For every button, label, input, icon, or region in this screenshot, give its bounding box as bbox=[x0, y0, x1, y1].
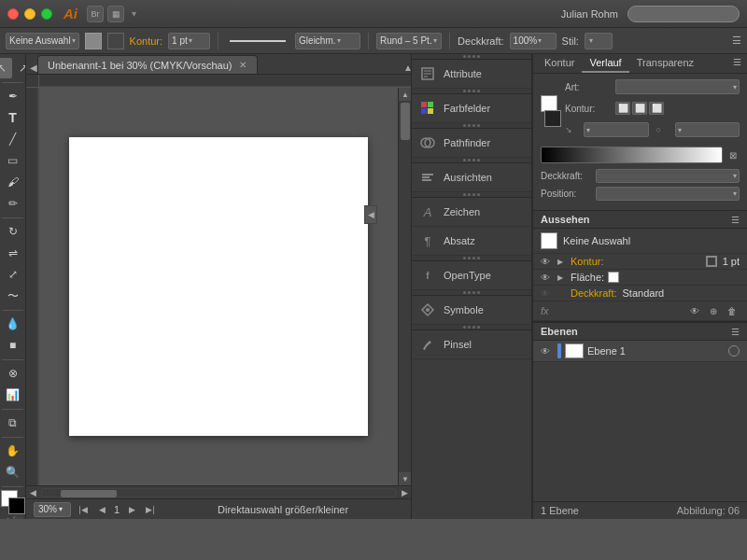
verlauf-highlight[interactable]: ▾ bbox=[675, 122, 740, 137]
gradient-delete-icon[interactable]: ⊠ bbox=[726, 148, 740, 161]
line-tool[interactable]: ╱ bbox=[3, 129, 23, 149]
panel-item-absatz[interactable]: ¶ Absatz bbox=[412, 227, 531, 256]
aussehen-swatch[interactable] bbox=[541, 232, 557, 249]
flaeche-attr-swatch[interactable] bbox=[608, 272, 619, 283]
position-input[interactable]: ▾ bbox=[596, 187, 740, 201]
pen-tool[interactable]: ✒ bbox=[3, 86, 23, 106]
kontur-inside[interactable]: ⬜ bbox=[615, 102, 630, 115]
paintbrush-tool[interactable]: 🖌 bbox=[3, 172, 23, 192]
scroll-track[interactable] bbox=[399, 101, 411, 472]
panel-item-symbole[interactable]: Symbole bbox=[412, 296, 531, 325]
next-page[interactable]: ▶| bbox=[144, 503, 157, 516]
panel-item-pinsel[interactable]: Pinsel bbox=[412, 330, 531, 359]
slice-tool[interactable]: ⧉ bbox=[3, 413, 23, 433]
panel-menu-icon[interactable]: ☰ bbox=[732, 35, 741, 47]
swap-colors-icon[interactable]: ⇄ bbox=[3, 516, 10, 519]
minimize-button[interactable] bbox=[24, 8, 35, 20]
layer-name[interactable]: Ebene 1 bbox=[587, 345, 725, 357]
panel-item-opentype[interactable]: f OpenType bbox=[412, 261, 531, 290]
flaeche-expand[interactable]: ▶ bbox=[557, 273, 567, 282]
deckkraft-input[interactable]: ▾ bbox=[596, 169, 740, 183]
kontur-attr-swatch[interactable] bbox=[706, 256, 717, 267]
hscroll-track[interactable] bbox=[41, 488, 396, 497]
scroll-up[interactable]: ▲ bbox=[399, 88, 411, 101]
default-colors-icon[interactable]: ⬛ bbox=[12, 516, 22, 519]
tab-verlauf[interactable]: Verlauf bbox=[582, 54, 628, 73]
visibility-all[interactable]: 👁 bbox=[687, 304, 702, 317]
panel-item-zeichen[interactable]: A Zeichen bbox=[412, 198, 531, 227]
tab-close[interactable]: ✕ bbox=[238, 61, 247, 70]
horizontal-scrollbar[interactable]: ◀ ▶ bbox=[26, 485, 411, 498]
panel-menu[interactable]: ☰ bbox=[731, 54, 743, 73]
close-button[interactable] bbox=[7, 8, 19, 20]
panel-item-farbfelder[interactable]: Farbfelder bbox=[412, 94, 531, 123]
stil-dropdown[interactable]: ▾ bbox=[585, 33, 613, 49]
selection-tool[interactable]: ↖ bbox=[0, 58, 12, 78]
hscroll-left[interactable]: ◀ bbox=[26, 488, 39, 497]
fill-swatch[interactable] bbox=[85, 33, 102, 49]
background-color[interactable] bbox=[8, 497, 25, 514]
layer-row[interactable]: 👁 Ebene 1 bbox=[533, 341, 747, 362]
hscroll-thumb[interactable] bbox=[61, 490, 117, 497]
verlauf-bg-swatch[interactable] bbox=[544, 110, 561, 127]
rotate-tool[interactable]: ↻ bbox=[3, 221, 23, 242]
verlauf-angle[interactable]: ▾ bbox=[584, 122, 649, 137]
rect-tool[interactable]: ▭ bbox=[3, 150, 23, 171]
scroll-thumb[interactable] bbox=[401, 103, 410, 140]
direct-selection-tool[interactable]: ↗ bbox=[13, 58, 26, 78]
kontur-visibility[interactable]: 👁 bbox=[541, 257, 554, 267]
zoom-tool[interactable]: 🔍 bbox=[3, 462, 23, 483]
art-dropdown[interactable]: ▾ bbox=[615, 79, 740, 94]
gradient-bar[interactable] bbox=[541, 147, 723, 163]
gradient-tool[interactable]: ■ bbox=[3, 335, 23, 356]
layer-options[interactable] bbox=[728, 345, 740, 357]
kontur-center[interactable]: ⬜ bbox=[632, 102, 647, 115]
panel-collapse-arrow[interactable]: ◀ bbox=[364, 205, 377, 224]
deckkraft-visibility[interactable]: 👁 bbox=[541, 288, 554, 299]
eyedropper-tool[interactable]: 💧 bbox=[3, 314, 23, 334]
stroke-swatch[interactable] bbox=[107, 33, 124, 49]
warp-tool[interactable]: 〜 bbox=[3, 286, 23, 306]
deckkraft-attr-label[interactable]: Deckkraft: bbox=[571, 287, 617, 299]
kontur-expand[interactable]: ▶ bbox=[557, 258, 567, 266]
rund-dropdown[interactable]: Rund – 5 Pt. ▾ bbox=[376, 33, 442, 49]
canvas-container[interactable] bbox=[39, 88, 398, 485]
vertical-scrollbar[interactable]: ▲ ▼ bbox=[398, 88, 411, 485]
tab-kontur[interactable]: Kontur bbox=[537, 54, 582, 73]
blend-tool[interactable]: ⊗ bbox=[3, 363, 23, 384]
deckkraft-dropdown[interactable]: 100% ▾ bbox=[510, 33, 557, 49]
search-input[interactable] bbox=[627, 6, 740, 22]
flaeche-visibility[interactable]: 👁 bbox=[541, 273, 554, 283]
gleichmassig-dropdown[interactable]: Gleichm. ▾ bbox=[295, 33, 360, 49]
tab-scroll-left[interactable]: ◀ bbox=[30, 61, 37, 74]
ebenen-menu[interactable]: ☰ bbox=[731, 327, 740, 337]
prev-page[interactable]: |◀ bbox=[77, 503, 90, 516]
scroll-down[interactable]: ▼ bbox=[399, 472, 411, 485]
panel-item-pathfinder[interactable]: Pathfinder bbox=[412, 129, 531, 158]
selection-dropdown[interactable]: Keine Auswahl ▾ bbox=[6, 33, 79, 49]
type-tool[interactable]: T bbox=[3, 107, 23, 128]
tab-transparenz[interactable]: Transparenz bbox=[629, 54, 701, 73]
kontur-outside[interactable]: ⬜ bbox=[649, 102, 664, 115]
pencil-tool[interactable]: ✏ bbox=[3, 193, 23, 214]
kontur-attr-label[interactable]: Kontur: bbox=[571, 256, 603, 267]
mirror-tool[interactable]: ⇌ bbox=[3, 243, 23, 263]
zoom-dropdown[interactable]: 30% ▾ bbox=[34, 502, 71, 517]
maximize-button[interactable] bbox=[41, 8, 52, 20]
hscroll-right[interactable]: ▶ bbox=[398, 488, 411, 497]
flaeche-attr-label[interactable]: Fläche: bbox=[571, 272, 604, 283]
document-tab[interactable]: Unbenannt-1 bei 30% (CMYK/Vorschau) ✕ bbox=[37, 55, 258, 74]
hand-tool[interactable]: ✋ bbox=[3, 441, 23, 461]
panel-item-ausrichten[interactable]: Ausrichten bbox=[412, 163, 531, 192]
next-arrow[interactable]: ▶ bbox=[125, 503, 138, 516]
chart-tool[interactable]: 📊 bbox=[3, 385, 23, 405]
tab-collapse[interactable]: ▲ bbox=[403, 61, 411, 74]
fx-button[interactable]: fx bbox=[541, 305, 549, 316]
prev-arrow[interactable]: ◀ bbox=[95, 503, 108, 516]
layer-eye-icon[interactable]: 👁 bbox=[541, 346, 554, 357]
kontur-size-dropdown[interactable]: 1 pt ▾ bbox=[168, 33, 210, 49]
delete-attr[interactable]: 🗑 bbox=[725, 304, 740, 317]
panel-item-attribute[interactable]: Attribute bbox=[412, 60, 531, 89]
aussehen-menu[interactable]: ☰ bbox=[731, 215, 740, 225]
scale-tool[interactable]: ⤢ bbox=[3, 264, 23, 285]
